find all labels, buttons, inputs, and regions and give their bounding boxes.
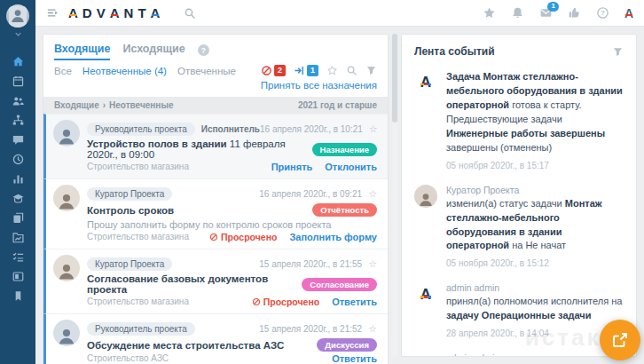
education-icon[interactable] [0, 188, 35, 208]
advanta-logo-icon[interactable]: A [624, 7, 633, 20]
logo-letter: D [82, 6, 92, 20]
person-avatar [53, 320, 80, 346]
comments-icon[interactable] [0, 130, 35, 149]
feed-filter-icon[interactable] [612, 46, 624, 58]
filter-option[interactable]: Отвеченные [177, 66, 236, 76]
search-icon[interactable] [346, 65, 357, 76]
help-icon[interactable]: ? [596, 6, 609, 20]
time-icon[interactable] [0, 149, 35, 169]
home-icon[interactable] [0, 51, 35, 71]
role-badge: Куратор Проекта [87, 257, 172, 271]
role-badge: Руководитель проекта [87, 322, 195, 336]
message-date: 16 апреля 2020г., в 10:21 [260, 124, 363, 134]
person-avatar [53, 120, 80, 146]
message-action-link[interactable]: Заполнить форму [289, 232, 377, 242]
svg-text:?: ? [601, 9, 605, 17]
logo-letter: T [137, 6, 145, 20]
overdue-circle-icon[interactable]: 2 [261, 65, 286, 76]
star-icon[interactable] [483, 6, 496, 20]
inbox-icon-group: 21 [261, 65, 377, 76]
calendar-icon[interactable] [0, 71, 35, 91]
message-title: Обсуждение места строительства АЗС [87, 340, 284, 351]
bookmark-icon[interactable] [0, 286, 35, 305]
scrollbar[interactable] [392, 34, 397, 357]
reports-icon[interactable] [0, 227, 35, 247]
role-badge: Куратор Проекта [87, 187, 172, 201]
menu-toggle-icon[interactable] [46, 6, 59, 20]
help-icon[interactable]: ? [198, 44, 209, 56]
share-fab-button[interactable] [600, 320, 640, 360]
filter-option[interactable]: Все [54, 66, 72, 76]
message-date: 15 апреля 2020г., в 21:52 [259, 324, 362, 334]
message-date: 15 апреля 2020г., в 21:55 [259, 259, 362, 269]
event-text: принял(а) полномочия исполнителя на зада… [446, 295, 624, 323]
message-action-link[interactable]: Ответить [332, 353, 377, 364]
count-badge: 2 [274, 65, 286, 76]
org-structure-icon[interactable] [0, 110, 35, 130]
feed-event[interactable]: Куратор Проектаизменил(а) статус задачи … [402, 178, 636, 276]
message-type-tag: Дискуссия [317, 338, 377, 352]
message-action-link[interactable]: Принять [271, 162, 313, 172]
tab-outgoing[interactable]: Исходящие [122, 43, 185, 60]
favorite-star-icon[interactable]: ☆ [368, 258, 377, 269]
message-action-link[interactable]: Ответить [332, 297, 377, 307]
mail-icon[interactable]: 1 [539, 6, 553, 20]
favorite-star-icon[interactable]: ☆ [368, 323, 377, 334]
breadcrumb-filter: Неотвеченные [109, 100, 173, 110]
top-bar: ADVANTA 1?A [35, 0, 644, 27]
logo-letter: A [68, 6, 78, 20]
filter-option[interactable]: Неотвеченные (4) [82, 66, 167, 76]
accept-all-link[interactable]: Принять все назначения [261, 80, 377, 91]
users-icon[interactable] [0, 91, 35, 110]
favorite-star-icon[interactable]: ☆ [369, 123, 378, 134]
message-title: Согласование базовых документов проекта [87, 273, 302, 295]
message-list: Руководитель проектаИсполнитель16 апреля… [43, 114, 388, 364]
message-row[interactable]: Руководитель проекта15 апреля 2020г., в … [43, 313, 388, 364]
chevron-down-icon[interactable] [13, 28, 23, 39]
event-text: Задача Монтаж стеллажно-мебельного обору… [446, 70, 624, 155]
breadcrumb: Входящие›Неотвеченные 2021 год и старше [43, 97, 388, 114]
message-type-tag: Назначение [312, 143, 377, 156]
funnel-icon[interactable] [365, 65, 377, 76]
user-avatar[interactable] [6, 4, 29, 28]
copies-icon[interactable] [0, 208, 35, 227]
checklist-icon[interactable] [0, 247, 35, 266]
message-row[interactable]: Куратор Проекта16 апреля 2020г., в 09:21… [43, 178, 388, 249]
bell-icon[interactable] [511, 6, 524, 20]
breadcrumb-separator: › [103, 100, 106, 110]
arrow-assign-icon[interactable]: 1 [294, 65, 318, 76]
advanta-logo-avatar: A [414, 352, 437, 357]
favorite-star-icon[interactable]: ☆ [368, 188, 377, 199]
project-label: Строительство магазина [87, 162, 189, 171]
advanta-logo-avatar: A [414, 70, 437, 93]
app-logo: ADVANTA [68, 6, 164, 20]
notification-badge: 1 [547, 2, 558, 12]
count-badge: 1 [307, 65, 318, 76]
message-row[interactable]: Руководитель проектаИсполнитель16 апреля… [43, 114, 388, 178]
main-area: ВходящиеИсходящие? ВсеНеотвеченные (4)От… [35, 27, 644, 364]
project-label: Строительство магазина [87, 232, 189, 241]
overdue-indicator: Просрочено [209, 232, 277, 242]
message-action-link[interactable]: Отклонить [325, 162, 377, 172]
thumb-up-icon[interactable] [568, 6, 581, 20]
inbox-card: ВходящиеИсходящие? ВсеНеотвеченные (4)От… [43, 34, 389, 364]
tab-incoming[interactable]: Входящие [54, 43, 110, 60]
logo-letter: A [110, 6, 120, 20]
message-date: 16 апреля 2020г., в 09:21 [259, 189, 362, 199]
sidebar [0, 0, 35, 364]
advanta-logo-avatar: A [414, 282, 437, 305]
analytics-icon[interactable] [0, 169, 35, 188]
event-feed-panel: Лента событий AЗадача Монтаж стеллажно-м… [401, 34, 637, 357]
message-row[interactable]: Куратор Проекта15 апреля 2020г., в 21:55… [43, 249, 388, 313]
inbox-filters: ВсеНеотвеченные (4)Отвеченные [54, 66, 236, 76]
message-title: Устройство полов в здании 11 февраля 202… [87, 138, 312, 160]
dashboard-icon[interactable] [0, 266, 35, 286]
scrollbar-thumb[interactable] [392, 34, 397, 123]
search-icon[interactable] [184, 7, 196, 20]
logo-letter: V [97, 6, 106, 20]
star-outline-icon[interactable] [326, 65, 338, 76]
person-avatar [9, 6, 27, 28]
event-author: Куратор Проекта [446, 185, 624, 195]
feed-event[interactable]: AЗадача Монтаж стеллажно-мебельного обор… [402, 63, 636, 178]
logo-letter: A [151, 6, 161, 20]
